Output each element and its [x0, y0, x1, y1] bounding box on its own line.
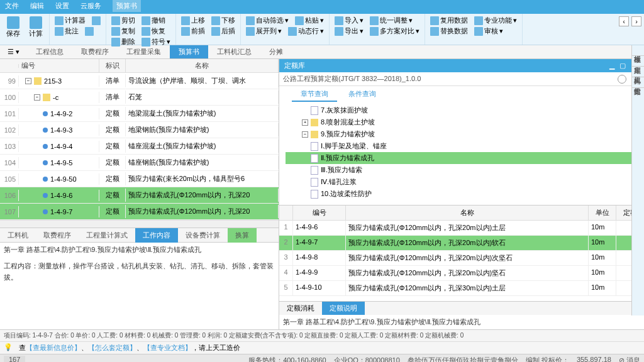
link-price[interactable]: 【查最新信息价】 — [26, 344, 81, 351]
maximize-icon[interactable]: ▢ — [619, 62, 626, 70]
calculator-button[interactable]: 计算器 — [53, 15, 87, 26]
link-quota[interactable]: 【怎么套定额】 — [88, 344, 136, 351]
table-row[interactable]: 99− 215-3清单导流设施（护岸墙、顺坝、丁坝、调水 — [0, 73, 279, 89]
sub-tab-5[interactable]: 换算 — [228, 228, 257, 243]
tree-node[interactable]: Ⅲ.预应力锚索 — [286, 164, 638, 176]
side-item-1[interactable]: 定额库 — [632, 56, 644, 67]
table-row[interactable]: 100− -c清单石笼 — [0, 89, 279, 106]
replace-button[interactable]: 替换数据 — [429, 26, 469, 36]
side-item-3[interactable]: 组价方案 — [632, 77, 644, 88]
import-button[interactable]: 导入 ▾ — [333, 15, 365, 26]
side-strip: 标准模板定额库工料机库组价方案 — [631, 45, 644, 315]
scrollbar[interactable] — [0, 220, 279, 228]
sub-tab-2[interactable]: 工程量计算式 — [79, 228, 135, 243]
doc-tab-4[interactable]: 工料机汇总 — [208, 45, 260, 58]
left-pane: 编号 标识 名称 99− 215-3清单导流设施（护岸墙、顺坝、丁坝、调水100… — [0, 59, 279, 329]
copy-button[interactable]: 复制 — [110, 26, 136, 36]
list-icon[interactable]: ☰ ▾ — [8, 48, 19, 56]
doc-tab-3[interactable]: 预算书 — [170, 45, 208, 58]
doc-tabs: ☰ ▾ 工程信息取费程序工程量采集预算书工料机汇总分摊 — [0, 45, 644, 59]
moveup-button[interactable]: 上移 — [180, 15, 206, 26]
export-button[interactable]: 导出 ▾ — [333, 26, 365, 36]
table-row[interactable]: 107 1-4-9-7定额预应力锚索成孔(Φ120mm以内，孔深20 — [0, 204, 279, 220]
footer-stats: 项目编码: 1-4-9-7 合价: 0 单价: 0 人工费: 0 材料费: 0 … — [0, 329, 644, 341]
doc-tab-0[interactable]: 工程信息 — [27, 45, 72, 58]
side-item-2[interactable]: 工料机库 — [632, 67, 644, 77]
tab-chapter[interactable]: 章节查询 — [292, 87, 337, 102]
menu-file[interactable]: 文件 — [5, 1, 19, 11]
sub-tab-3[interactable]: 工作内容 — [135, 228, 178, 243]
work-content: 工程内容：测量放样，操作平台搭设，钻孔机具安装、钻孔、清孔、移动、拆除，套管装拔… — [0, 257, 279, 329]
table-row[interactable]: 106 1-4-9-6定额预应力锚索成孔(Φ120mm以内，孔深20 — [0, 187, 279, 204]
tree-node[interactable]: +8.喷射混凝土护坡 — [286, 116, 638, 128]
sub-tab-4[interactable]: 设备费计算 — [178, 228, 228, 243]
filter-button[interactable]: 自动筛选 ▾ — [245, 15, 290, 26]
minimize-icon[interactable]: ▁ — [609, 62, 614, 70]
tab-condition[interactable]: 条件查询 — [340, 87, 385, 102]
sub-tab-1[interactable]: 取费程序 — [36, 228, 79, 243]
link-docs[interactable]: 【查专业文档】 — [143, 344, 192, 351]
tree-node[interactable]: 7.灰浆抹面护坡 — [286, 104, 638, 116]
tab-desc[interactable]: 定额说明 — [322, 302, 365, 315]
tree-node[interactable]: Ⅱ.预应力锚索成孔 — [286, 152, 638, 164]
table-row[interactable]: 101 1-4-9-2定额地梁混凝土(预应力锚索护坡) — [0, 106, 279, 122]
menu-budget[interactable]: 预算书 — [113, 0, 141, 12]
sub-tab-0[interactable]: 工料机 — [0, 228, 36, 243]
table-row[interactable]: 102 1-4-9-3定额地梁钢筋(预应力锚索护坡) — [0, 122, 279, 138]
right-panel-title: 定额库 ▁ ▢ ✕ — [279, 59, 644, 72]
right-grid[interactable]: 11-4-9-6预应力锚索成孔(Φ120mm以内，孔深20m以内)土层10m21… — [279, 221, 644, 301]
table-row[interactable]: 41-4-9-9预应力锚索成孔(Φ120mm以内，孔深20m以内)坚石10m — [279, 266, 644, 281]
left-grid[interactable]: 99− 215-3清单导流设施（护岸墙、顺坝、丁坝、调水100− -c清单石笼1… — [0, 73, 279, 220]
table-row[interactable]: 11-4-9-6预应力锚索成孔(Φ120mm以内，孔深20m以内)土层10m — [279, 221, 644, 236]
doc-tab-2[interactable]: 工程量采集 — [118, 45, 170, 58]
quota-lib-name: 公路工程预算定额(JTG/T 3832—2018)_1.0.0 📌 — [279, 72, 644, 86]
tree-node[interactable]: Ⅰ.脚手架及地梁、锚座 — [286, 140, 638, 152]
right-pane: 定额库 ▁ ▢ ✕ 公路工程预算定额(JTG/T 3832—2018)_1.0.… — [279, 59, 644, 329]
search-icon[interactable] — [618, 75, 626, 84]
table-row[interactable]: 51-4-9-10预应力锚索成孔(Φ120mm以内，孔深30m以内)土层10m — [279, 281, 644, 296]
doc-tab-5[interactable]: 分摊 — [260, 45, 292, 58]
table-row[interactable]: 21-4-9-7预应力锚索成孔(Φ120mm以内，孔深20m以内)软石10m — [279, 236, 644, 251]
doc-tab-1[interactable]: 取费程序 — [72, 45, 118, 58]
right-grid-header: 编号 名称 单位 定额 — [279, 206, 644, 221]
calc-button[interactable]: 计算 — [26, 15, 45, 40]
menu-settings[interactable]: 设置 — [55, 1, 69, 11]
statusbar: 167 服务热线：400-160-8860 企业QQ：800008810 叁拾伍… — [0, 354, 644, 362]
ribbon-prev[interactable]: ‹ — [619, 16, 629, 26]
note-button[interactable]: 批注 — [53, 26, 80, 36]
side-item-0[interactable]: 标准模板 — [632, 45, 644, 56]
tree-node[interactable]: 10.边坡柔性防护 — [286, 188, 638, 200]
tree-node[interactable]: Ⅳ.锚孔注浆 — [286, 176, 638, 188]
right-breadcrumb: 第一章 路基工程\4.防护工程\9.预应力锚索护坡\Ⅱ.预应力锚索成孔 — [279, 315, 644, 329]
insbefore-button[interactable]: 前插 — [180, 26, 206, 36]
footer-links: 💡 查【查最新信息价】、【怎么套定额】、【查专业文档】，请上天工造价 — [0, 341, 644, 354]
cut-button[interactable]: 剪切 — [110, 15, 136, 26]
ribbon-next[interactable]: › — [631, 16, 641, 26]
expand-button[interactable]: 展开到 ▾ — [245, 26, 283, 36]
tree-node[interactable]: −9.预应力锚索护坡 — [286, 128, 638, 140]
tab-consume[interactable]: 定额消耗 — [279, 302, 322, 315]
sub-tabs: 工料机取费程序工程量计算式工作内容设备费计算换算 — [0, 228, 279, 243]
top-menu: 文件 编辑 设置 云服务 预算书 — [0, 0, 644, 11]
undo-button[interactable]: 撤销 — [140, 15, 167, 26]
msg-icon[interactable]: ⊘ 消息 — [619, 356, 640, 362]
save-button[interactable]: 保存 — [4, 15, 23, 40]
table-row[interactable]: 104 1-4-9-5定额锚座钢筋(预应力锚索护坡) — [0, 155, 279, 171]
reuse-button[interactable]: 复用数据 — [429, 15, 469, 26]
grid-header: 编号 标识 名称 — [0, 59, 279, 73]
redo-button[interactable]: 恢复 — [140, 26, 167, 36]
quota-tree[interactable]: 7.灰浆抹面护坡+8.喷射混凝土护坡−9.预应力锚索护坡Ⅰ.脚手架及地梁、锚座Ⅱ… — [279, 103, 644, 206]
menu-edit[interactable]: 编辑 — [30, 1, 44, 11]
menu-cloud[interactable]: 云服务 — [80, 1, 101, 11]
table-row[interactable]: 105 1-4-9-50定额预应力锚索(束长20m以内，锚具型号6 — [0, 171, 279, 187]
table-row[interactable]: 103 1-4-9-4定额锚座混凝土(预应力锚索护坡) — [0, 138, 279, 155]
ribbon: 保存 计算 计算器 批注 剪切撤销 复制恢复 删除符号 ▾ 上移下移 前插后插 … — [0, 14, 644, 45]
table-row[interactable]: 31-4-9-8预应力锚索成孔(Φ120mm以内，孔深20m以内)次坚石10m — [279, 251, 644, 266]
breadcrumb: 第一章 路基工程\4.防护工程\9.预应力锚索护坡\Ⅱ.预应力锚索成孔 — [0, 243, 279, 257]
